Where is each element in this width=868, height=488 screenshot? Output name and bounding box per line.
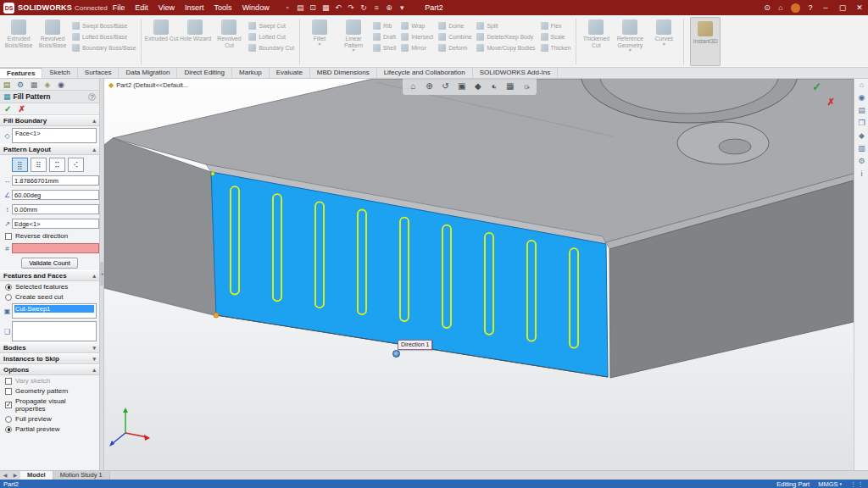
ribbon-button-instant3d[interactable]: Instant3D	[690, 17, 721, 66]
ribbon-button-wrap[interactable]: Wrap	[398, 20, 436, 31]
ribbon-button-swept-boss-base[interactable]: Swept Boss/Base	[70, 20, 138, 31]
tab-mbd-dimensions[interactable]: MBD Dimensions	[310, 68, 377, 78]
ribbon-button-combine[interactable]: Combine	[436, 31, 474, 42]
ribbon-button-boundary-boss-base[interactable]: Boundary Boss/Base	[70, 42, 138, 53]
ribbon-button-boundary-cut[interactable]: Boundary Cut	[246, 42, 297, 53]
ribbon-button-revolved-boss-base[interactable]: Revolved Boss/Base	[36, 17, 70, 66]
margin-input[interactable]	[12, 204, 99, 214]
view-orientation-icon[interactable]: ◆▾	[470, 80, 486, 94]
ribbon-button-fillet[interactable]: Fillet ▾	[303, 17, 337, 66]
menu-insert[interactable]: Insert	[180, 0, 209, 15]
breadcrumb[interactable]: ◆ Part2 (Default<<Default...	[108, 81, 188, 89]
dimxpert-manager-tab-icon[interactable]: ◈	[41, 79, 54, 90]
home-icon[interactable]: ⌂	[774, 3, 787, 12]
graphics-area[interactable]: ◆ Part2 (Default<<Default... ⌂ ⊕ ↺ ▣▾ ◆▾…	[104, 79, 854, 470]
part-left-face[interactable]	[104, 138, 217, 316]
direction-drag-handle[interactable]	[392, 350, 400, 358]
tab-data-migration[interactable]: Data Migration	[119, 68, 177, 78]
redo-icon[interactable]: ↷	[345, 0, 358, 15]
stagger-angle-input[interactable]	[12, 190, 99, 200]
tab-sketch[interactable]: Sketch	[42, 68, 77, 78]
tab-markup[interactable]: Markup	[232, 68, 270, 78]
section-features-and-faces[interactable]: Features and Faces▴	[0, 270, 99, 281]
ribbon-button-thickened-cut[interactable]: Thickened Cut	[579, 17, 613, 66]
appearances-icon[interactable]: ☼▾	[518, 80, 534, 94]
fill-boundary-selection-box[interactable]: Face<1>	[12, 128, 97, 143]
tab-solidworks-add-ins[interactable]: SOLIDWORKS Add-Ins	[473, 68, 559, 78]
propagate-visual-properties-checkbox[interactable]	[5, 402, 12, 408]
tab-model[interactable]: Model	[20, 471, 53, 480]
create-seed-cut-radio[interactable]	[5, 294, 12, 301]
tab-scroll-right-icon[interactable]: ▶	[10, 471, 20, 480]
custom-properties-icon[interactable]: ▥	[854, 142, 868, 155]
ribbon-button-lofted-boss-base[interactable]: Lofted Boss/Base	[70, 31, 138, 42]
ribbon-button-extruded-boss-base[interactable]: Extruded Boss/Base	[2, 17, 36, 66]
design-library-icon[interactable]: ▤	[854, 104, 868, 117]
zoom-fit-icon[interactable]: ⌂	[405, 80, 421, 94]
ribbon-button-thicken[interactable]: Thicken	[538, 42, 574, 53]
display-style-icon[interactable]: ◐▾	[486, 80, 502, 94]
validate-count-button[interactable]: Validate Count	[21, 258, 78, 269]
rebuild-icon[interactable]: ↻	[358, 0, 370, 15]
feature-tree-tab-icon[interactable]: ▤	[0, 79, 14, 90]
features-to-pattern-list[interactable]: Cut-Sweep1	[12, 303, 97, 319]
perforation-layout-button[interactable]: ⣿	[12, 158, 28, 172]
menu-tools[interactable]: Tools	[209, 0, 237, 15]
configuration-manager-tab-icon[interactable]: ▦	[27, 79, 41, 90]
ribbon-button-split[interactable]: Split	[474, 20, 537, 31]
tab-motion-study-1[interactable]: Motion Study 1	[53, 471, 110, 480]
options-icon[interactable]: ⊕	[383, 0, 396, 15]
menu-window[interactable]: Window	[237, 0, 275, 15]
partial-preview-radio[interactable]	[5, 426, 12, 433]
ribbon-button-curves[interactable]: Curves ▾	[647, 17, 681, 66]
display-manager-tab-icon[interactable]: ◉	[54, 79, 68, 90]
ribbon-button-mirror[interactable]: Mirror	[398, 42, 436, 53]
tab-direct-editing[interactable]: Direct Editing	[177, 68, 232, 78]
section-bodies[interactable]: Bodies▾	[0, 342, 99, 353]
selection-filter-icon[interactable]: ≡	[370, 0, 383, 15]
zoom-area-icon[interactable]: ⊕	[421, 80, 437, 94]
minimize-button[interactable]: –	[817, 0, 834, 15]
ribbon-button-scale[interactable]: Scale	[538, 31, 574, 42]
instance-spacing-input[interactable]	[12, 175, 99, 186]
save-icon[interactable]: ⊡	[307, 0, 320, 15]
menu-view[interactable]: View	[153, 0, 180, 15]
help-icon[interactable]: ?	[804, 3, 817, 12]
ok-check-icon[interactable]: ✓	[4, 104, 11, 114]
confirmation-corner-ok-icon[interactable]: ✓	[812, 80, 821, 93]
pattern-direction-input[interactable]	[12, 219, 99, 229]
selection-item[interactable]: Face<1>	[14, 130, 94, 137]
cancel-x-icon[interactable]: ✗	[18, 104, 25, 114]
list-item[interactable]: Cut-Sweep1	[14, 305, 94, 313]
ribbon-button-flex[interactable]: Flex	[538, 20, 574, 31]
help-icon[interactable]: ?	[88, 93, 96, 101]
selected-features-radio[interactable]	[5, 284, 12, 291]
menu-edit[interactable]: Edit	[130, 0, 153, 15]
ribbon-button-deform[interactable]: Deform	[436, 42, 474, 53]
reverse-direction-checkbox[interactable]	[5, 233, 12, 240]
section-options[interactable]: Options▴	[0, 364, 99, 375]
vertex-marker[interactable]	[214, 313, 219, 318]
geometry-pattern-checkbox[interactable]	[5, 388, 12, 395]
tab-surfaces[interactable]: Surfaces	[78, 68, 120, 78]
resize-grip[interactable]: ⋮⋮	[850, 480, 865, 488]
ribbon-button-reference-geometry[interactable]: Reference Geometry ▾	[613, 17, 647, 66]
section-fill-boundary[interactable]: Fill Boundary▴	[0, 115, 99, 126]
previous-view-icon[interactable]: ↺	[437, 80, 453, 94]
ribbon-button-dome[interactable]: Dome	[436, 20, 474, 31]
confirmation-corner-cancel-icon[interactable]: ✗	[827, 97, 835, 108]
ribbon-button-intersect[interactable]: Intersect	[398, 31, 436, 42]
boss-hole[interactable]	[719, 139, 751, 154]
undo-icon[interactable]: ↶	[332, 0, 345, 15]
new-document-icon[interactable]: ▫	[281, 0, 294, 15]
user-avatar[interactable]	[791, 3, 800, 13]
ribbon-button-shell[interactable]: Shell	[370, 42, 398, 53]
ribbon-button-move-copy-bodies[interactable]: Move/Copy Bodies	[474, 42, 537, 53]
tab-evaluate[interactable]: Evaluate	[270, 68, 310, 78]
tab-scroll-left-icon[interactable]: ◀	[0, 471, 10, 480]
print-icon[interactable]: ▦	[320, 0, 332, 15]
ribbon-button-delete-keep-body[interactable]: Delete/Keep Body	[474, 31, 537, 42]
menu-file[interactable]: File	[108, 0, 131, 15]
square-layout-button[interactable]: ⠭	[49, 158, 65, 172]
property-manager-tab-icon[interactable]: ⚙	[14, 79, 27, 90]
